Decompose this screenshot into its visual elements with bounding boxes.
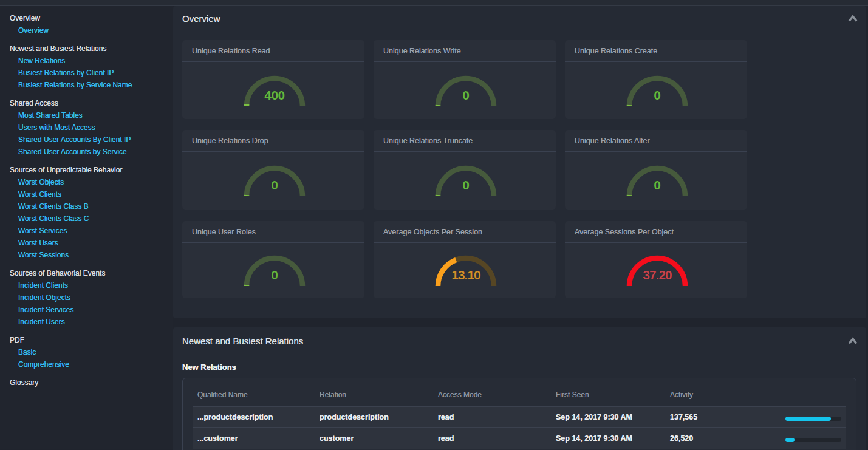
svg-text:0: 0 xyxy=(271,268,278,282)
svg-text:13.10: 13.10 xyxy=(451,268,480,282)
svg-text:0: 0 xyxy=(462,178,470,192)
svg-text:0: 0 xyxy=(271,178,278,192)
svg-text:0: 0 xyxy=(462,88,470,102)
svg-text:400: 400 xyxy=(264,88,285,102)
svg-text:0: 0 xyxy=(654,88,661,102)
svg-text:37.20: 37.20 xyxy=(643,268,672,282)
svg-text:0: 0 xyxy=(654,178,661,192)
